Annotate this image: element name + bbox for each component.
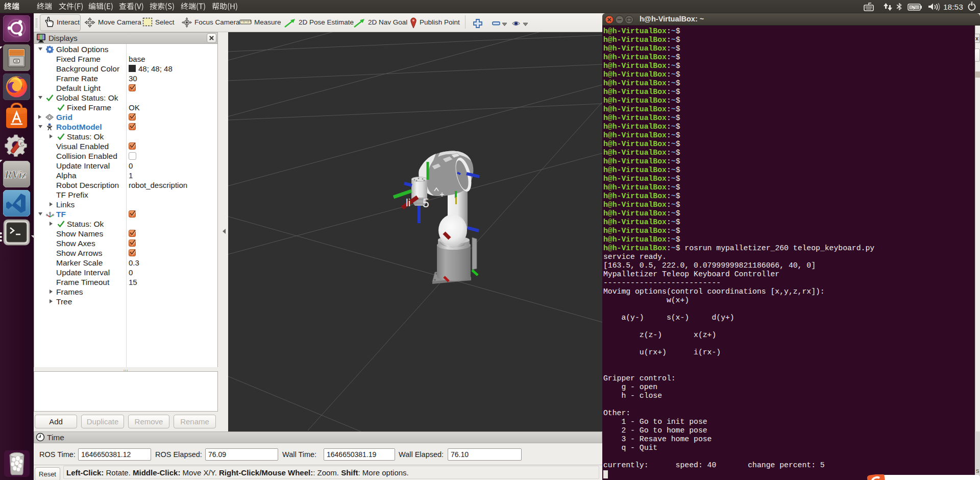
svg-text:li: li: [406, 197, 410, 208]
svg-text:5: 5: [423, 197, 429, 210]
svg-text:RViz: RViz: [4, 168, 27, 181]
svg-text:18:53: 18:53: [943, 3, 963, 11]
